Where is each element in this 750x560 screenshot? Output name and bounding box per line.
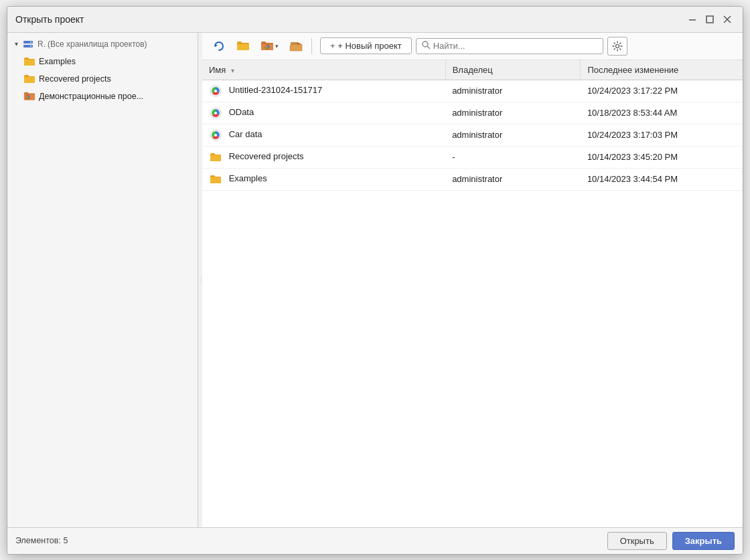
svg-point-15 (214, 90, 217, 92)
open-project-dialog: Открыть проект ▾ (7, 6, 743, 555)
sidebar-item-recovered-label: Recovered projects (39, 74, 111, 84)
cell-owner: - (445, 146, 581, 168)
sidebar-item-demo-label: Демонстрационные прое... (39, 92, 143, 101)
svg-point-6 (30, 41, 31, 43)
cell-modified: 10/14/2023 3:45:20 PM (581, 146, 743, 168)
close-button[interactable] (720, 12, 735, 27)
title-bar: Открыть проект (7, 7, 743, 33)
settings-icon (612, 41, 623, 52)
table-row[interactable]: OData administrator 10/18/2023 8:53:44 A… (202, 102, 743, 124)
sidebar-item-examples[interactable]: Examples (7, 53, 198, 70)
cell-modified: 10/24/2023 3:17:22 PM (581, 80, 743, 102)
table-row[interactable]: Recovered projects - 10/14/2023 3:45:20 … (202, 146, 743, 168)
column-header-owner: Владелец (445, 60, 581, 80)
folder-icon-recovered (23, 73, 35, 85)
row-icon-project (209, 107, 222, 119)
settings-button[interactable] (607, 37, 627, 56)
dialog-actions: Открыть Закрыть (607, 532, 735, 550)
svg-line-12 (427, 46, 430, 49)
projects-table: Имя ▾ Владелец Последнее изменение (202, 60, 743, 191)
open-file-button[interactable] (286, 37, 306, 56)
cell-owner: administrator (445, 124, 581, 146)
search-input[interactable] (433, 41, 597, 51)
toolbar-separator-1 (311, 38, 312, 54)
sidebar-root-short: R. (38, 39, 46, 49)
cell-modified: 10/18/2023 8:53:44 AM (581, 102, 743, 124)
toolbar: ▾ + + Новый проект (202, 33, 743, 60)
svg-point-7 (30, 45, 31, 47)
demo-icon (23, 90, 35, 102)
minimize-button[interactable] (685, 12, 700, 27)
status-bar: Элементов: 5 Открыть Закрыть (7, 527, 743, 554)
cell-owner: administrator (445, 102, 581, 124)
sort-arrow-name: ▾ (231, 67, 234, 74)
sidebar-item-root[interactable]: ▾ R. (Все хранилища проектов) (7, 35, 198, 53)
svg-point-17 (214, 112, 217, 114)
new-project-plus: + (330, 41, 338, 51)
cell-owner: administrator (445, 80, 581, 102)
server-icon (22, 38, 34, 50)
row-icon-folder (209, 173, 222, 185)
folder-icon-examples (23, 56, 35, 68)
svg-point-11 (423, 41, 428, 47)
new-project-label: + Новый проект (338, 41, 401, 51)
new-folder-icon (236, 40, 250, 52)
new-folder-button[interactable] (233, 37, 253, 56)
column-header-name[interactable]: Имя ▾ (202, 60, 445, 80)
dropdown-arrow: ▾ (275, 43, 279, 50)
table-container: Имя ▾ Владелец Последнее изменение (202, 60, 743, 527)
title-bar-controls (685, 12, 735, 27)
new-project-icon (260, 40, 274, 52)
cell-name: Examples (202, 168, 445, 190)
svg-point-19 (214, 134, 217, 136)
sidebar-root-label: (Все хранилища проектов) (48, 39, 147, 49)
search-icon (422, 41, 431, 52)
table-body: Untitled-231024-151717 administrator 10/… (202, 80, 743, 190)
tree-arrow-root: ▾ (11, 39, 21, 49)
sidebar-item-examples-label: Examples (39, 57, 76, 66)
sidebar-item-demo[interactable]: Демонстрационные прое... (7, 88, 198, 105)
search-box (416, 38, 603, 54)
cell-name: Recovered projects (202, 146, 445, 168)
table-row[interactable]: Examples administrator 10/14/2023 3:44:5… (202, 168, 743, 190)
cell-modified: 10/24/2023 3:17:03 PM (581, 124, 743, 146)
table-row[interactable]: Car data administrator 10/24/2023 3:17:0… (202, 124, 743, 146)
svg-rect-1 (706, 16, 713, 23)
dialog-content: ▾ R. (Все хранилища проектов) (7, 33, 743, 527)
cell-name: Car data (202, 124, 445, 146)
row-icon-project (209, 129, 222, 141)
main-panel: ▾ + + Новый проект (202, 33, 743, 527)
open-file-icon (289, 40, 303, 52)
cell-name: Untitled-231024-151717 (202, 80, 445, 102)
close-button-action[interactable]: Закрыть (672, 532, 735, 550)
cell-owner: administrator (445, 168, 581, 190)
table-header-row: Имя ▾ Владелец Последнее изменение (202, 60, 743, 80)
new-project-button[interactable]: + + Новый проект (320, 37, 412, 54)
dialog-title: Открыть проект (15, 14, 84, 25)
status-items-count: Элементов: 5 (15, 536, 68, 545)
sidebar: ▾ R. (Все хранилища проектов) (7, 33, 198, 527)
svg-marker-9 (215, 44, 218, 47)
refresh-icon (213, 40, 225, 52)
row-icon-folder (209, 151, 222, 163)
row-icon-project (209, 85, 222, 97)
svg-rect-0 (689, 19, 696, 21)
cell-modified: 10/14/2023 3:44:54 PM (581, 168, 743, 190)
refresh-button[interactable] (209, 37, 229, 56)
maximize-button[interactable] (702, 12, 717, 27)
column-header-modified: Последнее изменение (581, 60, 743, 80)
table-row[interactable]: Untitled-231024-151717 administrator 10/… (202, 80, 743, 102)
sidebar-item-recovered[interactable]: Recovered projects (7, 70, 198, 88)
cell-name: OData (202, 102, 445, 124)
new-project-dropdown-button[interactable]: ▾ (257, 37, 282, 56)
svg-point-13 (615, 44, 619, 48)
open-button[interactable]: Открыть (607, 532, 667, 550)
